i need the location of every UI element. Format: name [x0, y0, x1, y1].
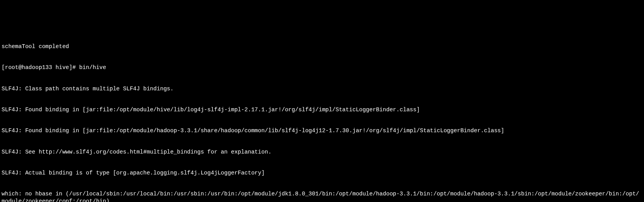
terminal-output[interactable]: schemaTool completed [root@hadoop133 hiv… [2, 29, 642, 202]
terminal-line: SLF4J: Found binding in [jar:file:/opt/m… [2, 127, 642, 134]
terminal-line: [root@hadoop133 hive]# bin/hive [2, 64, 642, 71]
terminal-line: SLF4J: Found binding in [jar:file:/opt/m… [2, 106, 642, 113]
terminal-line: SLF4J: Class path contains multiple SLF4… [2, 85, 642, 92]
terminal-line: which: no hbase in (/usr/local/sbin:/usr… [2, 190, 642, 202]
terminal-line: SLF4J: Actual binding is of type [org.ap… [2, 169, 642, 176]
terminal-line: SLF4J: See http://www.slf4j.org/codes.ht… [2, 148, 642, 155]
terminal-line: schemaTool completed [2, 43, 642, 50]
